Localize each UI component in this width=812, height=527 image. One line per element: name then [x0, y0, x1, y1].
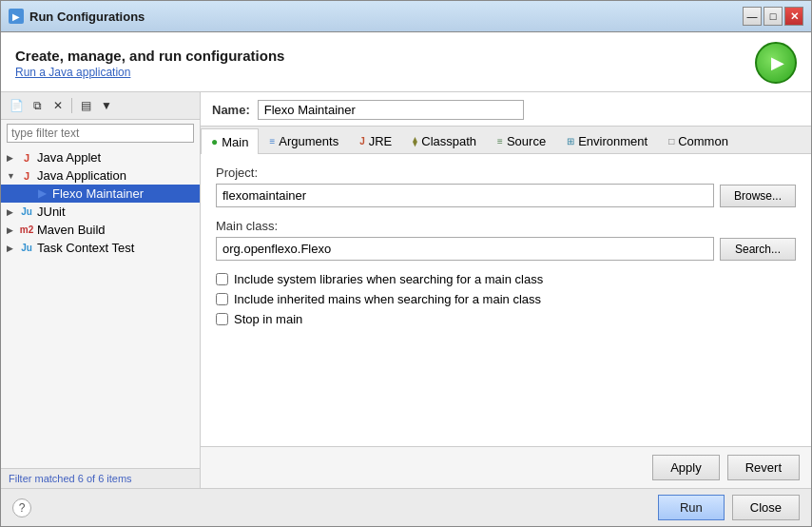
- expand-arrow-junit: ▶: [7, 207, 16, 217]
- include-inherited-checkbox[interactable]: [216, 293, 228, 305]
- tab-arguments-label: Arguments: [279, 134, 338, 148]
- run-button[interactable]: Run: [658, 495, 725, 520]
- expand-arrow-app: ▼: [7, 171, 16, 181]
- expand-arrow-task: ▶: [7, 244, 16, 253]
- tab-classpath-label: Classpath: [421, 134, 476, 148]
- tree-item-flexo-maintainer[interactable]: ▶ Flexo Maintainer: [1, 185, 200, 203]
- junit-icon: Ju: [20, 205, 33, 219]
- tabs-row: ● Main ≡ Arguments J JRE ⧫ Classpath ≡: [201, 127, 811, 154]
- tab-environment-label: Environment: [578, 134, 648, 148]
- tree-item-java-applet[interactable]: ▶ J Java Applet: [1, 148, 200, 166]
- tree-item-junit[interactable]: ▶ Ju JUnit: [1, 203, 200, 221]
- browse-button[interactable]: Browse...: [720, 185, 796, 207]
- view-menu-button[interactable]: ▼: [97, 96, 116, 115]
- cp-tab-icon: ⧫: [413, 136, 417, 146]
- tab-common[interactable]: □ Common: [658, 128, 739, 153]
- tab-common-label: Common: [678, 134, 728, 148]
- tree-area: ▶ J Java Applet ▼ J Java Application ▶ F…: [1, 146, 200, 468]
- dialog-icon: ▶: [9, 9, 24, 24]
- minimize-button[interactable]: —: [743, 7, 762, 26]
- checkbox-stop-in-main: Stop in main: [216, 312, 796, 326]
- filter-input[interactable]: [7, 124, 194, 143]
- footer-buttons: Run Close: [658, 495, 800, 520]
- tab-content-main: Project: Browse... Main class: Search...: [201, 154, 811, 446]
- close-dialog-button[interactable]: Close: [732, 495, 800, 520]
- common-tab-icon: □: [668, 136, 674, 146]
- checkbox-include-system: Include system libraries when searching …: [216, 272, 796, 286]
- toolbar-divider: [71, 98, 72, 113]
- stop-in-main-label: Stop in main: [234, 312, 302, 326]
- project-label: Project:: [216, 166, 796, 180]
- tree-item-maven-build[interactable]: ▶ m2 Maven Build: [1, 221, 200, 239]
- run-icon[interactable]: [755, 42, 797, 84]
- tab-arguments[interactable]: ≡ Arguments: [259, 128, 349, 153]
- tab-main[interactable]: ● Main: [201, 128, 259, 154]
- tree-label-java-applet: Java Applet: [37, 150, 101, 165]
- search-button[interactable]: Search...: [720, 238, 796, 261]
- left-panel: 📄 ⧉ ✕ ▤ ▼ ▶ J Java Applet ▼ J: [1, 92, 201, 488]
- tab-main-label: Main: [222, 135, 248, 149]
- include-system-label: Include system libraries when searching …: [234, 272, 543, 286]
- project-input[interactable]: [216, 184, 714, 207]
- tree-label-maven-build: Maven Build: [37, 223, 106, 237]
- jre-tab-icon: J: [359, 136, 365, 146]
- header-heading: Create, manage, and run configurations: [15, 48, 284, 64]
- main-class-input[interactable]: [216, 237, 714, 261]
- expand-arrow-maven: ▶: [7, 225, 16, 235]
- bottom-actions: Apply Revert: [201, 446, 811, 488]
- filter-status: Filter matched 6 of 6 items: [1, 468, 200, 488]
- checkbox-include-inherited: Include inherited mains when searching f…: [216, 292, 796, 306]
- src-tab-icon: ≡: [497, 136, 503, 146]
- dialog-title: Run Configurations: [29, 10, 145, 24]
- copy-config-button[interactable]: ⧉: [28, 96, 47, 115]
- main-class-section: Main class: Search...: [216, 219, 796, 261]
- maximize-button[interactable]: □: [764, 7, 783, 26]
- expand-arrow: ▶: [7, 153, 16, 163]
- taskcontext-icon: Ju: [20, 242, 33, 255]
- include-system-checkbox[interactable]: [216, 273, 228, 285]
- main-tab-icon: ●: [211, 135, 218, 148]
- tab-source[interactable]: ≡ Source: [487, 128, 556, 153]
- include-inherited-label: Include inherited mains when searching f…: [234, 292, 541, 306]
- delete-config-button[interactable]: ✕: [48, 96, 68, 115]
- revert-button[interactable]: Revert: [727, 455, 800, 480]
- tree-item-task-context-test[interactable]: ▶ Ju Task Context Test: [1, 239, 200, 257]
- project-row: Browse...: [216, 184, 796, 207]
- tab-source-label: Source: [507, 134, 546, 148]
- tab-classpath[interactable]: ⧫ Classpath: [402, 128, 487, 153]
- tree-label-java-application: Java Application: [37, 168, 126, 183]
- header-subtext[interactable]: Run a Java application: [15, 66, 284, 79]
- tree-label-task-context-test: Task Context Test: [37, 241, 134, 255]
- name-label: Name:: [212, 103, 250, 117]
- config-name-input[interactable]: [258, 100, 524, 120]
- args-tab-icon: ≡: [269, 136, 275, 146]
- env-tab-icon: ⊞: [567, 136, 574, 146]
- stop-in-main-checkbox[interactable]: [216, 313, 228, 325]
- tree-item-java-application[interactable]: ▼ J Java Application: [1, 166, 200, 185]
- title-bar-left: ▶ Run Configurations: [9, 9, 145, 24]
- header-text: Create, manage, and run configurations R…: [15, 48, 284, 79]
- help-button[interactable]: ?: [12, 498, 31, 517]
- main-class-label: Main class:: [216, 219, 796, 233]
- right-panel: Name: ● Main ≡ Arguments J JRE ⧫: [201, 92, 811, 488]
- main-class-row: Search...: [216, 237, 796, 261]
- run-configurations-dialog: ▶ Run Configurations — □ ✕ Create, manag…: [0, 0, 812, 527]
- tab-jre[interactable]: J JRE: [349, 128, 402, 153]
- new-config-button[interactable]: 📄: [7, 96, 26, 115]
- tab-jre-label: JRE: [369, 134, 393, 148]
- close-window-button[interactable]: ✕: [784, 7, 803, 26]
- maven-icon: m2: [20, 224, 33, 237]
- left-toolbar: 📄 ⧉ ✕ ▤ ▼: [1, 92, 200, 120]
- title-bar: ▶ Run Configurations — □ ✕: [1, 1, 811, 32]
- apply-button[interactable]: Apply: [652, 455, 720, 480]
- collapse-all-button[interactable]: ▤: [76, 96, 95, 115]
- name-row: Name:: [201, 92, 811, 127]
- main-content: 📄 ⧉ ✕ ▤ ▼ ▶ J Java Applet ▼ J: [1, 92, 811, 488]
- window-controls: — □ ✕: [743, 7, 803, 26]
- dialog-footer: ? Run Close: [1, 488, 811, 526]
- tab-environment[interactable]: ⊞ Environment: [556, 128, 658, 153]
- tree-label-junit: JUnit: [37, 205, 66, 219]
- config-icon: ▶: [35, 187, 48, 201]
- tree-label-flexo-maintainer: Flexo Maintainer: [52, 186, 144, 201]
- app-icon: J: [20, 169, 33, 183]
